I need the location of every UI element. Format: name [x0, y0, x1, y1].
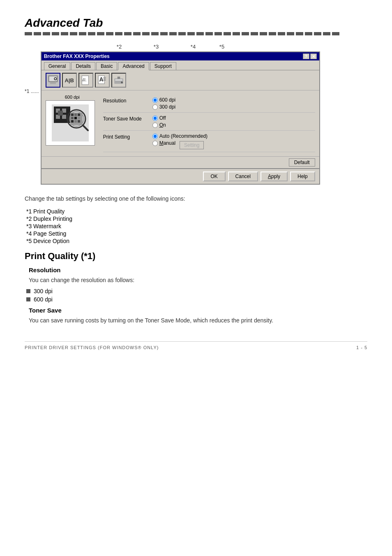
close-icon[interactable]: ✕ [310, 53, 317, 59]
icon-page-setting[interactable]: A [95, 73, 110, 88]
preview-box [46, 100, 95, 146]
dialog-window: Brother FAX XXX Properties ? ✕ General D… [41, 51, 320, 185]
page-setting-icon: A [97, 75, 108, 86]
settings-section: Resolution 600 dpi 300 dpi Ton [103, 95, 315, 152]
ann-star4: *4 [181, 44, 205, 50]
svg-rect-2 [50, 82, 56, 84]
help-icon[interactable]: ? [303, 53, 309, 59]
resolution-subheading: Resolution [25, 266, 367, 273]
print-auto[interactable]: Auto (Recommended) [152, 133, 208, 139]
svg-rect-29 [78, 114, 80, 116]
toner-on[interactable]: On [152, 122, 166, 128]
toner-off-label: Off [159, 115, 166, 121]
default-button[interactable]: Default [289, 158, 315, 167]
resolution-600dpi-radio[interactable] [152, 97, 158, 103]
print-auto-radio[interactable] [152, 134, 158, 139]
svg-rect-34 [74, 120, 77, 123]
print-auto-label: Auto (Recommended) [159, 133, 208, 139]
toner-save-row: Toner Save Mode Off On [103, 113, 315, 131]
print-manual[interactable]: Manual [152, 140, 175, 146]
footer-right: 1 - 5 [356, 345, 367, 350]
tab-advanced[interactable]: Advanced [118, 62, 149, 70]
help-button[interactable]: Help [290, 171, 315, 181]
bullet-sq-300dpi [26, 289, 30, 293]
print-setting-label: Print Setting [103, 133, 152, 140]
description-text: Change the tab settings by selecting one… [25, 195, 367, 203]
tab-basic[interactable]: Basic [96, 62, 117, 70]
toner-save-label: Toner Save Mode [103, 115, 152, 122]
svg-rect-14 [115, 79, 122, 81]
setting-button[interactable]: Setting [180, 141, 204, 149]
ok-button[interactable]: OK [203, 171, 226, 181]
icon-list: *1 Print Quality *2 Duplex Printing *3 W… [25, 208, 367, 244]
svg-rect-28 [74, 114, 77, 116]
svg-rect-23 [58, 111, 63, 116]
print-manual-label: Manual [159, 140, 175, 146]
dialog-title: Brother FAX XXX Properties [44, 53, 110, 59]
preview-image [52, 104, 89, 141]
apply-button[interactable]: Apply [261, 171, 288, 181]
list-item-3: *3 Watermark [25, 223, 367, 229]
toner-off[interactable]: Off [152, 115, 166, 121]
icon-duplex[interactable]: A|B [62, 73, 77, 88]
toner-on-radio[interactable] [152, 123, 158, 128]
resolution-options: 600 dpi 300 dpi [152, 97, 175, 110]
footer-left: PRINTER DRIVER SETTINGS (FOR WINDOWS® ON… [25, 345, 159, 350]
dialog-tabs: General Details Basic Advanced Support [42, 60, 319, 70]
resolution-300dpi-label: 300 dpi [159, 104, 175, 110]
dialog-footer: Default [42, 156, 319, 168]
resolution-row: Resolution 600 dpi 300 dpi [103, 95, 315, 113]
print-manual-radio[interactable] [152, 141, 158, 146]
bullet-300dpi: 300 dpi [25, 288, 367, 294]
resolution-body: You can change the resolution as follows… [25, 276, 367, 285]
toner-on-label: On [159, 122, 166, 128]
svg-text:A: A [81, 77, 85, 82]
tab-support[interactable]: Support [150, 62, 176, 70]
svg-point-16 [121, 81, 122, 83]
dialog-titlebar: Brother FAX XXX Properties ? ✕ [42, 52, 319, 60]
icon-watermark[interactable]: A A [78, 73, 93, 88]
tab-details[interactable]: Details [71, 62, 95, 70]
resolution-600dpi-label: 600 dpi [159, 97, 175, 103]
preview-section: 600 dpi [46, 95, 99, 152]
dialog-icon-toolbar: A|B A A A [42, 70, 319, 90]
resolution-300dpi[interactable]: 300 dpi [152, 104, 175, 110]
icon-device-option[interactable] [111, 73, 126, 88]
bullet-600dpi: 600 dpi [25, 296, 367, 303]
list-item-4: *4 Page Setting [25, 230, 367, 237]
icon-print-quality[interactable] [46, 73, 60, 88]
svg-rect-30 [71, 117, 74, 119]
star1-label: *1 ...... [25, 88, 39, 94]
watermark-icon: A A [81, 75, 91, 86]
page-title: Advanced Tab [25, 16, 367, 30]
svg-rect-15 [117, 76, 120, 79]
tab-general[interactable]: General [44, 62, 71, 70]
toner-save-subheading: Toner Save [25, 307, 367, 314]
resolution-600dpi[interactable]: 600 dpi [152, 97, 175, 103]
toner-save-options: Off On [152, 115, 166, 128]
list-item-5: *5 Device Option [25, 238, 367, 244]
dialog-action-bar: OK Cancel Apply Help [42, 168, 319, 184]
list-item-1: *1 Print Quality [25, 208, 367, 215]
resolution-300dpi-radio[interactable] [152, 104, 158, 110]
device-option-icon [113, 75, 124, 86]
toner-save-body: You can save running costs by turning on… [25, 316, 367, 325]
duplex-label: A|B [65, 77, 74, 83]
ann-star2: *2 [107, 44, 131, 50]
list-item-2: *2 Duplex Printing [25, 215, 367, 222]
print-quality-icon [47, 74, 59, 86]
annotation-row: *2 *3 *4 *5 [107, 44, 367, 50]
svg-point-4 [55, 78, 56, 80]
cancel-button[interactable]: Cancel [228, 171, 258, 181]
print-quality-heading: Print Quality (*1) [25, 251, 367, 262]
ann-star5: *5 [210, 44, 234, 50]
dialog-wrapper: *1 ...... Brother FAX XXX Properties ? ✕… [25, 51, 367, 185]
svg-rect-33 [71, 120, 74, 123]
dialog-content: 600 dpi [42, 90, 319, 156]
svg-rect-35 [78, 120, 80, 123]
svg-text:A: A [99, 76, 103, 83]
titlebar-buttons: ? ✕ [303, 53, 317, 59]
title-divider [25, 32, 367, 35]
toner-off-radio[interactable] [152, 116, 158, 121]
print-setting-row: Print Setting Auto (Recommended) Manual … [103, 131, 315, 152]
